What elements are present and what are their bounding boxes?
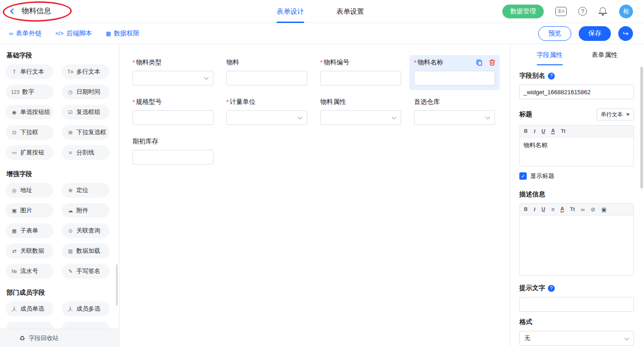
sidebar-item-attachment[interactable]: ☁附件	[62, 203, 109, 218]
share-button[interactable]: ↪	[618, 26, 633, 41]
canvas-field-measure-unit[interactable]: *计量单位	[222, 95, 312, 130]
sidebar-item-single-line-text[interactable]: T单行文本	[6, 64, 53, 79]
sidebar-item-member-single[interactable]: 人成员单选	[6, 301, 53, 316]
help-icon[interactable]: ?	[578, 7, 587, 16]
bold-icon[interactable]: B	[524, 129, 528, 134]
canvas-field-material[interactable]: 物料	[222, 55, 312, 90]
sidebar-item-datetime[interactable]: ◷日期时间	[62, 85, 109, 99]
props-tab-form-props[interactable]: 表单属性	[592, 44, 617, 65]
hint-help-icon[interactable]: ?	[548, 285, 555, 292]
canvas-field-opening-stock[interactable]: 期初库存	[128, 134, 218, 169]
field-recycle-bin[interactable]: ♻ 字段回收站	[0, 329, 119, 347]
canvas-field-material-name[interactable]: *物料名称	[409, 55, 500, 90]
sidebar-item-handwritten-signature[interactable]: ✎手写签名	[62, 264, 109, 279]
sidebar-item-hidden-partial-1[interactable]	[6, 322, 53, 329]
title-editor-body[interactable]: 物料名称	[520, 137, 633, 166]
sidebar-item-linked-query[interactable]: ⊙关联查询	[62, 223, 109, 238]
link-icon[interactable]: ∞	[581, 207, 585, 212]
font-color-icon[interactable]: A	[551, 128, 555, 134]
link-data-permission[interactable]: ▦数据权限	[106, 29, 139, 38]
canvas-field-material-code[interactable]: *物料编号	[316, 55, 406, 90]
delete-icon[interactable]	[489, 59, 496, 66]
field-input[interactable]	[132, 110, 213, 125]
field-alias-help-icon[interactable]: ?	[548, 73, 555, 80]
sidebar-item-multi-line-text[interactable]: T≡多行文本	[62, 64, 109, 79]
font-size-icon[interactable]: Tt	[570, 207, 575, 212]
header-tab-form-design[interactable]: 表单设计	[276, 0, 304, 23]
field-input[interactable]	[320, 71, 401, 85]
align-icon[interactable]: ≡	[551, 207, 554, 212]
sidebar-item-number[interactable]: 123数字	[6, 85, 53, 99]
sidebar-item-data-load[interactable]: ▥数据加载	[62, 244, 109, 258]
sidebar-item-linked-data[interactable]: ⇄关联数据	[6, 244, 53, 258]
unlink-icon[interactable]: ⊘	[591, 207, 595, 212]
field-input[interactable]	[226, 71, 307, 85]
field-label-text: 首选仓库	[414, 98, 440, 106]
underline-icon[interactable]: U	[541, 129, 545, 134]
backend-script-icon: </>	[56, 30, 63, 37]
sidebar-item-serial-number[interactable]: №流水号	[6, 264, 53, 279]
field-select[interactable]	[320, 110, 401, 125]
preview-button[interactable]: 预览	[538, 26, 571, 41]
translate-icon[interactable]: 文A	[555, 7, 567, 16]
multi-line-text-icon: T≡	[67, 69, 74, 74]
font-size-icon[interactable]: Tt	[561, 129, 565, 134]
italic-icon[interactable]: I	[534, 207, 535, 212]
back-button[interactable]	[9, 7, 17, 15]
canvas-field-spec-model[interactable]: *规格型号	[128, 95, 218, 130]
canvas-field-material-attribute[interactable]: 物料属性	[316, 95, 406, 130]
format-row: 格式	[519, 318, 634, 326]
sidebar-item-dropdown-multi[interactable]: ⊞下拉复选框	[62, 125, 109, 140]
canvas-field-material-type[interactable]: *物料类型	[128, 55, 218, 90]
sidebar-item-hidden-partial-2[interactable]	[62, 322, 109, 329]
sidebar-item-image[interactable]: ▣图片	[6, 203, 53, 218]
chevron-down-icon	[204, 75, 209, 80]
field-input[interactable]	[414, 71, 495, 85]
sidebar-item-label: 下拉复选框	[76, 128, 106, 137]
description-editor-body[interactable]	[520, 216, 633, 275]
sidebar-item-divider[interactable]: ≡分割线	[62, 145, 109, 160]
page-scrollbar[interactable]	[640, 67, 643, 188]
field-alias-input[interactable]	[519, 85, 634, 99]
save-button[interactable]: 保存	[579, 26, 611, 41]
field-select[interactable]	[132, 71, 213, 85]
show-title-checkbox-row[interactable]: ✓ 显示标题	[519, 172, 634, 180]
bell-lip	[598, 13, 607, 14]
sidebar-item-label: 地址	[20, 186, 32, 194]
copy-icon[interactable]	[476, 59, 483, 66]
title-type-select[interactable]: 单行文本	[597, 108, 634, 120]
italic-icon[interactable]: I	[534, 129, 535, 134]
sidebar-item-radio-group[interactable]: ◉单选按钮组	[6, 105, 53, 119]
format-select[interactable]: 无	[519, 331, 634, 346]
sidebar-item-extend-button[interactable]: ▭扩展按钮	[6, 145, 53, 160]
sidebar-item-location[interactable]: ⊕定位	[62, 183, 109, 198]
sidebar-scrollbar[interactable]	[116, 264, 118, 306]
notification-bell-icon[interactable]	[598, 6, 608, 17]
underline-icon[interactable]: U	[541, 207, 545, 212]
header-tab-form-settings[interactable]: 表单设置	[336, 0, 364, 23]
bold-icon[interactable]: B	[524, 207, 528, 212]
hint-text-input[interactable]	[519, 297, 634, 312]
sidebar-item-member-multi[interactable]: 人成员多选	[62, 301, 109, 316]
field-alias-label: 字段别名	[519, 72, 545, 80]
sidebar-item-subform[interactable]: ▦子表单	[6, 223, 53, 238]
link-backend-script[interactable]: </>后端脚本	[56, 29, 92, 38]
subbar-right: 预览 保存 ↪	[538, 26, 633, 41]
checkbox-checked-icon[interactable]: ✓	[519, 172, 527, 180]
sidebar-item-dropdown[interactable]: ⊡下拉框	[6, 125, 53, 140]
field-select[interactable]	[226, 110, 307, 125]
sidebar-item-checkbox-group[interactable]: ☑复选框组	[62, 105, 109, 119]
field-select[interactable]	[414, 110, 495, 125]
sidebar-item-address[interactable]: ◎地址	[6, 183, 53, 198]
data-manage-button[interactable]: 数据管理	[502, 5, 544, 18]
image-icon[interactable]: ▣	[601, 207, 606, 212]
props-tab-field-props[interactable]: 字段属性	[537, 44, 563, 65]
description-editor-toolbar: BIU≡ATt∞⊘▣	[520, 204, 633, 216]
font-color-icon[interactable]: A	[560, 206, 564, 212]
link-form-external-link[interactable]: ∞表单外链	[9, 29, 42, 38]
avatar[interactable]: 检	[619, 5, 633, 18]
canvas-field-preferred-warehouse[interactable]: 首选仓库	[409, 95, 500, 130]
field-input[interactable]	[132, 150, 213, 165]
linked-query-icon: ⊙	[67, 228, 74, 234]
extend-button-icon: ▭	[11, 150, 17, 156]
